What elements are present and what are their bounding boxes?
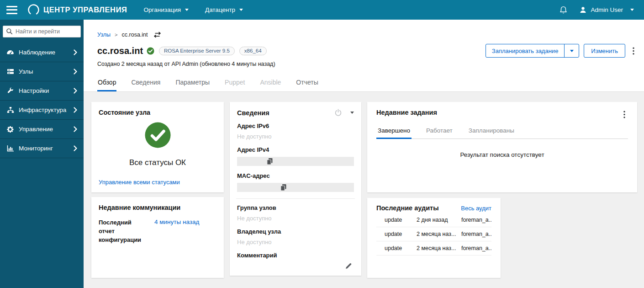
arch-badge: x86_64 <box>239 47 267 55</box>
sidebar-item-monitor[interactable]: Наблюдение <box>0 43 84 62</box>
audit-action: update <box>385 245 417 251</box>
field-label: Адрес IPv4 <box>237 146 354 153</box>
server-icon <box>6 68 14 75</box>
audit-user: foreman_a... <box>461 217 491 223</box>
chevron-down-icon <box>350 112 354 114</box>
sitemap-icon <box>6 107 14 113</box>
edit-button[interactable]: Изменить <box>584 44 625 58</box>
schedule-job-dropdown-toggle[interactable] <box>564 44 579 57</box>
user-menu[interactable]: Admin User <box>579 6 634 14</box>
datacenter-context-menu[interactable]: Датацентр <box>205 6 243 13</box>
tab-parameters[interactable]: Параметры <box>175 77 210 91</box>
gear-icon <box>6 126 14 133</box>
table-row[interactable]: update 2 дня назад foreman_a... <box>376 213 491 227</box>
field-value: Не доступно <box>237 133 354 140</box>
host-status-card: Состояние узла Все статусы ОК Управление… <box>91 102 224 192</box>
chevron-down-icon <box>630 9 634 11</box>
sidebar-item-label: Наблюдение <box>19 49 55 56</box>
field-label: Владелец узла <box>237 228 354 235</box>
table-row[interactable]: update 2 месяца наз... foreman_a... <box>376 227 491 241</box>
sidebar: Наблюдение Узлы <box>0 20 84 288</box>
host-switcher-icon[interactable] <box>153 32 161 38</box>
communications-card-title: Недавние коммуникации <box>99 204 216 211</box>
recent-jobs-card: Недавние задания Завершено Работает Запл… <box>367 102 637 192</box>
jobs-kebab-menu[interactable] <box>621 109 628 120</box>
details-dropdown-toggle[interactable] <box>350 112 354 114</box>
details-divider <box>236 198 355 199</box>
chevron-right-icon <box>74 49 78 55</box>
sidebar-item-monitoring[interactable]: Мониторинг <box>0 139 84 158</box>
manage-statuses-link[interactable]: Управление всеми статусами <box>99 179 180 186</box>
main-content: Узлы > cc.rosa.int cc.rosa.int <box>84 20 644 288</box>
brand-logo-icon <box>27 4 40 16</box>
tab-ansible[interactable]: Ansible <box>259 77 281 91</box>
copy-icon[interactable] <box>266 158 273 165</box>
power-icon[interactable] <box>334 109 342 117</box>
brand-title: ЦЕНТР УПРАВЛЕНИЯ <box>43 5 127 14</box>
last-report-label: Последний отчет конфигурации <box>99 219 147 245</box>
organization-context-menu[interactable]: Организация <box>144 6 189 13</box>
field-label: Комментарий <box>237 252 354 259</box>
sidebar-search <box>3 26 81 37</box>
os-badge: ROSA Enterprise Server 9.5 <box>159 47 235 55</box>
table-row[interactable]: update 2 месяца наз... foreman_a... <box>376 241 491 256</box>
jobs-card-title: Недавние задания <box>376 109 437 116</box>
field-owner: Владелец узла Не доступно <box>237 228 354 245</box>
tab-details[interactable]: Сведения <box>131 77 161 91</box>
search-input[interactable] <box>3 26 81 37</box>
audit-action: update <box>385 231 417 237</box>
host-ok-status-icon <box>147 47 154 55</box>
page-title: cc.rosa.int <box>97 46 143 56</box>
field-ipv6: Адрес IPv6 Не доступно <box>237 123 354 140</box>
sidebar-item-label: Управление <box>19 126 53 133</box>
mac-value-bar <box>237 183 354 192</box>
masthead: ЦЕНТР УПРАВЛЕНИЯ Организация Датацентр <box>0 0 644 20</box>
chevron-right-icon <box>74 88 78 94</box>
jobs-tab-finished[interactable]: Завершено <box>376 124 412 139</box>
audit-action: update <box>385 217 417 223</box>
tab-reports[interactable]: Отчеты <box>296 77 318 91</box>
jobs-tab-scheduled[interactable]: Запланированы <box>467 124 516 139</box>
status-card-title: Состояние узла <box>99 109 216 116</box>
copy-icon[interactable] <box>280 184 287 191</box>
audits-card-title: Последние аудиты <box>376 204 439 212</box>
notifications-bell-icon[interactable] <box>560 6 567 14</box>
tab-puppet[interactable]: Puppet <box>224 77 245 91</box>
gauge-icon <box>6 49 14 56</box>
tab-overview[interactable]: Обзор <box>97 77 116 91</box>
bar-chart-icon <box>6 145 14 152</box>
sidebar-item-administer[interactable]: Управление <box>0 120 84 139</box>
status-text: Все статусы ОК <box>99 158 216 167</box>
schedule-job-split-button: Запланировать задание <box>486 44 580 58</box>
recent-audits-card: Последние аудиты Весь аудит update 2 дня… <box>367 198 501 278</box>
field-ipv4: Адрес IPv4 <box>237 146 354 166</box>
chevron-down-icon <box>570 50 574 52</box>
sidebar-item-label: Узлы <box>19 68 33 75</box>
jobs-tab-running[interactable]: Работает <box>425 124 454 139</box>
edit-comment-pencil-icon[interactable] <box>345 262 352 270</box>
recent-communications-card: Недавние коммуникации Последний отчет ко… <box>91 197 224 278</box>
all-audits-link[interactable]: Весь аудит <box>461 205 491 212</box>
audit-time: 2 месяца наз... <box>417 245 461 251</box>
last-report-time-link[interactable]: 4 минуты назад <box>154 219 199 225</box>
hamburger-menu-button[interactable] <box>6 6 17 14</box>
sidebar-item-hosts[interactable]: Узлы <box>0 62 84 81</box>
breadcrumb-separator: > <box>115 32 117 37</box>
breadcrumb-link-hosts[interactable]: Узлы <box>97 32 111 38</box>
sidebar-item-label: Мониторинг <box>19 145 53 152</box>
host-tabs: Обзор Сведения Параметры Puppet Ansible … <box>97 77 637 91</box>
organization-menu-label: Организация <box>144 6 181 13</box>
field-comment: Комментарий <box>237 252 354 270</box>
chevron-right-icon <box>74 107 78 113</box>
field-label: Группа узлов <box>237 204 354 211</box>
ipv4-value-bar <box>237 157 354 166</box>
sidebar-item-settings[interactable]: Настройки <box>0 81 84 101</box>
audits-card-header: Последние аудиты Весь аудит <box>376 204 491 212</box>
host-kebab-menu[interactable] <box>630 45 637 57</box>
sidebar-item-infrastructure[interactable]: Инфраструктура <box>0 101 84 120</box>
title-row: cc.rosa.int ROSA Enterprise Server 9.5 x… <box>97 44 637 58</box>
audit-user: foreman_a... <box>461 245 491 251</box>
field-mac: MAC-адрес <box>237 172 354 192</box>
schedule-job-button[interactable]: Запланировать задание <box>486 44 565 57</box>
user-avatar-icon <box>579 6 587 14</box>
